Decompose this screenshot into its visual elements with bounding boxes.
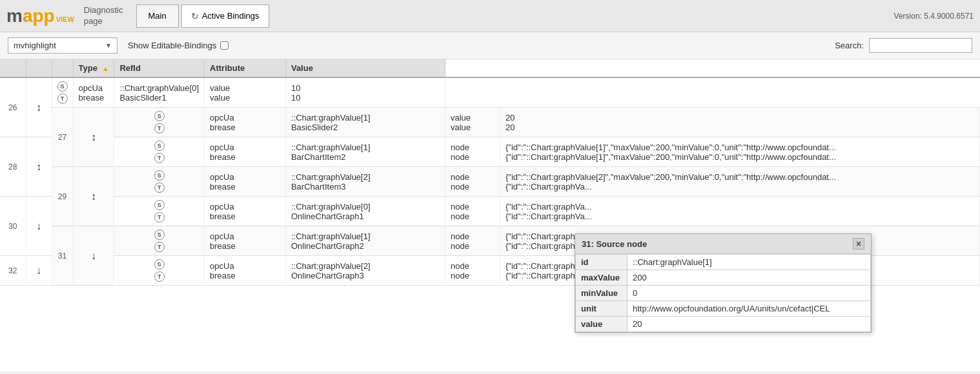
row-num: 32 — [0, 256, 26, 286]
tab-active-bindings-button[interactable]: ↻ Active Bindings — [181, 5, 269, 28]
s-icon: S — [57, 81, 68, 92]
type-line1: opcUabrease — [205, 137, 286, 167]
col-icons — [52, 59, 73, 77]
s-icon: S — [154, 230, 165, 240]
popup-field-label: value — [576, 317, 628, 332]
chevron-down-icon: ▼ — [105, 42, 112, 49]
value-line1: 1010 — [285, 77, 445, 108]
popup-field-label: minValue — [576, 286, 628, 301]
col-value[interactable]: Value — [285, 59, 445, 77]
type-line1: opcUabrease — [205, 167, 286, 197]
row-direction-icon: ↕ — [26, 137, 52, 197]
popup-table: id::Chart:graphValue[1]maxValue200minVal… — [575, 254, 871, 332]
row-num: 27 — [52, 108, 73, 167]
value-line1: {"id":"::Chart:graphVa...{"id":"::Chart:… — [500, 197, 979, 226]
table-row[interactable]: 29 ↕ S T opcUabrease ::Chart:graphValue[… — [0, 167, 980, 197]
popup-field-label: id — [576, 255, 628, 270]
logo-mapp: mapp — [6, 6, 55, 26]
row-num: 26 — [0, 77, 26, 137]
refid-line1: ::Chart:graphValue[0]BasicSlider1 — [114, 77, 205, 108]
version-label: Version: 5.4.9000.6571 — [894, 12, 974, 21]
row-direction-icon: ↓ — [26, 197, 52, 256]
popup-row: value20 — [576, 317, 871, 332]
icon-cell: S T — [52, 77, 73, 108]
icon-cell: S T — [114, 108, 205, 137]
icon-cell: S T — [114, 167, 205, 197]
col-attribute[interactable]: Attribute — [205, 59, 286, 77]
t-icon: T — [154, 182, 165, 193]
row-direction-icon: ↓ — [73, 226, 114, 286]
type-line1: opcUabrease — [205, 197, 286, 226]
s-icon: S — [154, 200, 165, 210]
type-line1: opcUabrease — [205, 108, 286, 137]
row-direction-icon: ↓ — [26, 256, 52, 286]
refid-line1: ::Chart:graphValue[2]BarChartItem3 — [285, 167, 445, 197]
t-icon: T — [57, 94, 68, 104]
popup-field-label: maxValue — [576, 270, 628, 286]
table-container: Type ▲ RefId Attribute Value 26 ↕ S T — [0, 59, 980, 371]
s-icon: S — [154, 170, 165, 181]
row-num: 29 — [52, 167, 73, 226]
s-icon: S — [154, 259, 165, 270]
refid-line1: ::Chart:graphValue[0]OnlineChartGraph1 — [285, 197, 445, 226]
icon-cell: S T — [114, 197, 205, 226]
type-line1: opcUabrease — [73, 77, 114, 108]
show-editable-checkbox[interactable] — [220, 41, 229, 50]
value-line1: {"id":"::Chart:graphValue[1]","maxValue"… — [500, 137, 979, 167]
attr-line1: valuevalue — [445, 108, 500, 137]
type-line1: opcUabrease — [205, 256, 286, 286]
s-icon: S — [154, 111, 165, 121]
attr-line1: nodenode — [445, 137, 500, 167]
value-line1: {"id":"::Chart:graphValue[2]","maxValue"… — [500, 167, 979, 197]
row-direction-icon: ↕ — [26, 77, 52, 137]
col-arrow — [26, 59, 52, 77]
row-num: 28 — [0, 137, 26, 197]
refid-line1: ::Chart:graphValue[1]BarChartItem2 — [285, 137, 445, 167]
table-header-row: Type ▲ RefId Attribute Value — [0, 59, 980, 77]
show-editable-area: Show Editable-Bindings — [128, 41, 229, 50]
attr-line1: valuevalue — [205, 77, 286, 108]
logo-view: VIEW — [56, 15, 74, 23]
popup-field-value: 200 — [628, 270, 871, 286]
icon-pair: S T — [57, 81, 68, 104]
col-refid[interactable]: RefId — [114, 59, 205, 77]
popup-row: unithttp://www.opcfoundation.org/UA/unit… — [576, 301, 871, 317]
sort-arrow-type: ▲ — [103, 65, 109, 72]
table-row[interactable]: 27 ↕ S T opcUabrease ::Chart:graphValue[… — [0, 108, 980, 137]
row-direction-icon: ↕ — [73, 108, 114, 167]
refid-line1: ::Chart:graphValue[2]OnlineChartGraph3 — [285, 256, 445, 286]
attr-line1: nodenode — [445, 197, 500, 226]
popup-close-button[interactable]: × — [853, 238, 864, 250]
search-input[interactable] — [869, 38, 972, 53]
icon-pair: S T — [119, 170, 199, 193]
popup-field-value: ::Chart:graphValue[1] — [628, 255, 871, 270]
col-num — [0, 59, 26, 77]
t-icon: T — [154, 123, 165, 133]
icon-pair: S T — [119, 199, 199, 223]
table-row[interactable]: 30 ↓ S T opcUabrease ::Chart:graphValue[… — [0, 197, 980, 226]
t-icon: T — [154, 153, 165, 163]
s-icon: S — [154, 141, 165, 151]
refresh-icon: ↻ — [191, 11, 199, 21]
icon-pair: S T — [119, 229, 199, 253]
popup-field-value: 0 — [628, 286, 871, 301]
popup-field-label: unit — [576, 301, 628, 317]
col-type[interactable]: Type ▲ — [73, 59, 114, 77]
row-num: 31 — [52, 226, 73, 286]
row-direction-icon: ↕ — [73, 167, 114, 226]
t-icon: T — [154, 271, 165, 282]
t-icon: T — [154, 212, 165, 222]
type-line1: opcUabrease — [205, 226, 286, 256]
attr-line1: nodenode — [445, 226, 500, 256]
icon-pair: S T — [119, 140, 199, 164]
popup-header: 31: Source node × — [575, 234, 871, 254]
tab-main-button[interactable]: Main — [136, 5, 179, 28]
dropdown-select[interactable]: mvhighlight ▼ — [8, 37, 117, 54]
source-node-popup: 31: Source node × id::Chart:graphValue[1… — [575, 233, 872, 333]
row-num: 30 — [0, 197, 26, 256]
popup-row: id::Chart:graphValue[1] — [576, 255, 871, 270]
icon-pair: S T — [119, 259, 199, 282]
table-row[interactable]: 26 ↕ S T opcUabrease ::Chart:graphValue[… — [0, 77, 980, 108]
popup-field-value: 20 — [628, 317, 871, 332]
table-row[interactable]: 28 ↕ S T opcUabrease ::Chart:graphValue[… — [0, 137, 980, 167]
